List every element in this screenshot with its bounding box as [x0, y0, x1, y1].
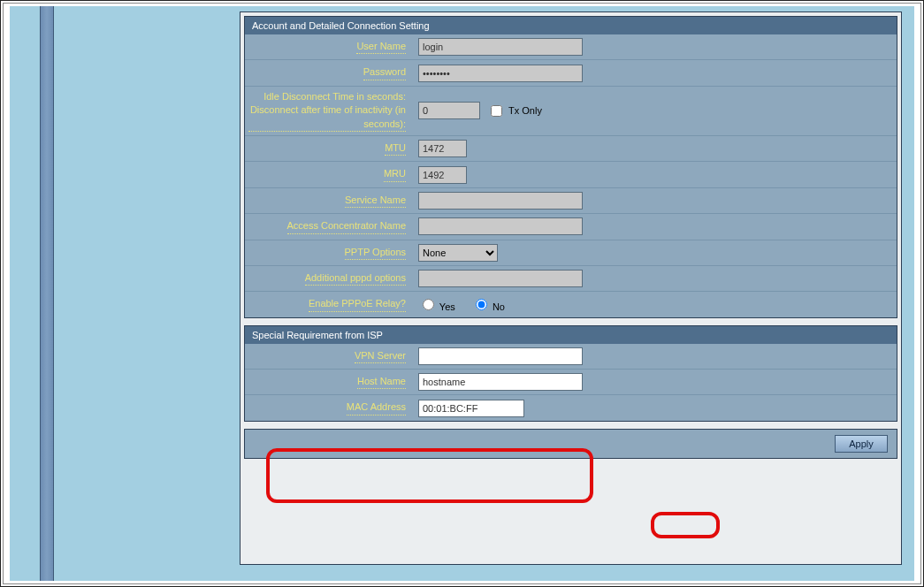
- pppoe-relay-yes-option[interactable]: Yes: [418, 296, 455, 312]
- tx-only-option[interactable]: Tx Only: [487, 103, 542, 119]
- row-host-name: Host Name: [245, 369, 897, 394]
- label-user-name: User Name: [356, 40, 406, 54]
- row-pppoe-relay: Enable PPPoE Relay? Yes No: [245, 291, 897, 316]
- password-input[interactable]: [418, 65, 583, 82]
- sidebar-stub: [40, 6, 54, 581]
- label-pptp-options: PPTP Options: [345, 246, 407, 260]
- row-ac-name: Access Concentrator Name: [245, 213, 897, 239]
- apply-button[interactable]: Apply: [835, 435, 888, 453]
- mtu-input[interactable]: [418, 140, 467, 157]
- label-mac-address: MAC Address: [347, 400, 406, 415]
- label-mtu: MTU: [385, 141, 406, 156]
- pppd-options-input[interactable]: [418, 270, 583, 287]
- host-name-input[interactable]: [418, 373, 583, 391]
- row-vpn-server: VPN Server: [245, 344, 897, 369]
- pppoe-relay-no-option[interactable]: No: [471, 296, 505, 312]
- row-mru: MRU: [245, 161, 897, 187]
- user-name-input[interactable]: [418, 38, 583, 56]
- pppoe-relay-yes-label: Yes: [439, 301, 455, 312]
- row-service-name: Service Name: [245, 187, 897, 213]
- tx-only-checkbox[interactable]: [491, 105, 502, 117]
- label-ac-name: Access Concentrator Name: [287, 219, 407, 233]
- label-idle-disconnect: Idle Disconnect Time in seconds: Disconn…: [248, 90, 406, 132]
- main-panel: Account and Detailed Connection Setting …: [240, 11, 902, 565]
- tx-only-label: Tx Only: [508, 105, 542, 116]
- label-pppoe-relay: Enable PPPoE Relay?: [309, 297, 406, 311]
- service-name-input[interactable]: [418, 192, 583, 210]
- row-idle-disconnect: Idle Disconnect Time in seconds: Disconn…: [245, 86, 897, 135]
- row-password: Password: [245, 59, 897, 85]
- idle-disconnect-input[interactable]: [418, 102, 480, 119]
- row-pptp-options: PPTP Options None: [245, 240, 897, 265]
- ac-name-input[interactable]: [418, 217, 583, 235]
- section-isp-header: Special Requirement from ISP: [245, 326, 897, 344]
- apply-bar: Apply: [244, 429, 897, 459]
- row-mac-address: MAC Address: [245, 394, 897, 420]
- pppoe-relay-no-label: No: [493, 301, 505, 312]
- pppoe-relay-yes-radio[interactable]: [423, 299, 434, 310]
- section-account: Account and Detailed Connection Setting …: [244, 16, 897, 318]
- label-vpn-server: VPN Server: [355, 349, 406, 363]
- pptp-options-select[interactable]: None: [418, 244, 498, 262]
- vpn-server-input[interactable]: [418, 347, 583, 365]
- label-mru: MRU: [384, 167, 406, 181]
- label-host-name: Host Name: [357, 375, 406, 389]
- mac-address-input[interactable]: [418, 400, 524, 417]
- section-account-header: Account and Detailed Connection Setting: [245, 17, 897, 34]
- pppoe-relay-no-radio[interactable]: [476, 299, 487, 310]
- mru-input[interactable]: [418, 166, 467, 184]
- label-password: Password: [363, 65, 406, 80]
- row-mtu: MTU: [245, 135, 897, 161]
- label-service-name: Service Name: [345, 194, 406, 208]
- row-pppd-options: Additional pppd options: [245, 265, 897, 291]
- row-user-name: User Name: [245, 34, 897, 59]
- section-isp: Special Requirement from ISP VPN Server …: [244, 325, 897, 422]
- label-pppd-options: Additional pppd options: [305, 271, 406, 286]
